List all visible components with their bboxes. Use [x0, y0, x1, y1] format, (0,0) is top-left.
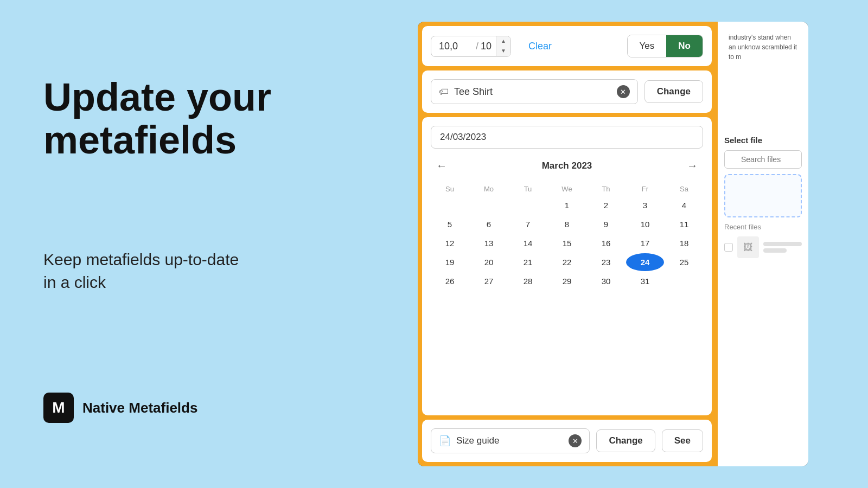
calendar-card: 24/03/2023 ← March 2023 → Su Mo Tu We Th…	[422, 117, 712, 415]
subtitle: Keep metafields up-to-date in a click	[43, 248, 326, 294]
cal-day-8[interactable]: 8	[548, 215, 586, 233]
cal-day-empty	[665, 272, 703, 290]
cal-day-28[interactable]: 28	[509, 272, 547, 290]
right-panel: 10,0 / 10 ▲ ▼ Clear Yes No 🏷	[358, 0, 868, 488]
number-divider: /	[475, 41, 480, 52]
brand-name: Native Metafields	[82, 400, 197, 416]
cal-day-1[interactable]: 1	[548, 196, 586, 214]
file-doc-icon: 📄	[439, 435, 451, 447]
product-card: 🏷 Tee Shirt ✕ Change	[422, 70, 712, 113]
cal-day-13[interactable]: 13	[470, 234, 508, 252]
cal-day-31[interactable]: 31	[626, 272, 664, 290]
file-text-placeholder	[763, 242, 802, 253]
number-value: 10,0	[431, 36, 475, 56]
cal-day-12[interactable]: 12	[431, 234, 469, 252]
text-content-area: industry's stand when an unknow scramble…	[724, 28, 802, 126]
cal-day-21[interactable]: 21	[509, 253, 547, 271]
product-input: 🏷 Tee Shirt ✕	[431, 79, 638, 104]
date-input[interactable]: 24/03/2023	[431, 126, 703, 149]
cal-day-26[interactable]: 26	[431, 272, 469, 290]
cal-day-29[interactable]: 29	[548, 272, 586, 290]
decrement-button[interactable]: ▼	[496, 46, 510, 56]
product-name: Tee Shirt	[454, 86, 611, 98]
day-header-we: We	[548, 183, 586, 195]
product-clear-button[interactable]: ✕	[617, 85, 630, 98]
number-max: 10	[480, 36, 496, 56]
cal-day-24[interactable]: 24	[626, 253, 664, 271]
increment-button[interactable]: ▲	[496, 36, 510, 46]
brand-logo: M	[43, 393, 74, 423]
placeholder-line	[763, 242, 802, 246]
top-card: 10,0 / 10 ▲ ▼ Clear Yes No	[422, 26, 712, 66]
cal-day-empty	[509, 196, 547, 214]
file-card: 📄 Size guide ✕ Change See	[422, 420, 712, 462]
cal-day-25[interactable]: 25	[665, 253, 703, 271]
sidebar: industry's stand when an unknow scramble…	[716, 22, 808, 466]
clear-button[interactable]: Clear	[520, 36, 560, 56]
file-clear-button[interactable]: ✕	[569, 434, 582, 447]
tag-icon: 🏷	[439, 86, 449, 98]
main-content: 10,0 / 10 ▲ ▼ Clear Yes No 🏷	[418, 22, 716, 466]
cal-day-23[interactable]: 23	[587, 253, 625, 271]
left-panel: Update your metafields Keep metafields u…	[0, 0, 358, 488]
day-header-tu: Tu	[509, 183, 547, 195]
prev-month-button[interactable]: ←	[431, 157, 452, 174]
cal-day-22[interactable]: 22	[548, 253, 586, 271]
product-change-button[interactable]: Change	[644, 80, 703, 103]
day-header-sa: Sa	[665, 183, 703, 195]
file-thumbnail: 🖼	[737, 236, 759, 258]
cal-day-19[interactable]: 19	[431, 253, 469, 271]
next-month-button[interactable]: →	[681, 157, 703, 174]
cal-day-2[interactable]: 2	[587, 196, 625, 214]
cal-day-empty	[470, 196, 508, 214]
cal-day-27[interactable]: 27	[470, 272, 508, 290]
calendar-nav: ← March 2023 →	[431, 157, 703, 174]
cal-day-6[interactable]: 6	[470, 215, 508, 233]
search-files-input[interactable]	[724, 150, 802, 169]
select-file-label: Select file	[724, 131, 802, 145]
number-arrows: ▲ ▼	[496, 36, 510, 56]
cal-day-9[interactable]: 9	[587, 215, 625, 233]
file-checkbox[interactable]	[724, 243, 733, 252]
file-change-button[interactable]: Change	[596, 429, 655, 452]
calendar-grid: Su Mo Tu We Th Fr Sa 1 2 3 4 5	[431, 183, 703, 290]
cal-day-empty	[431, 196, 469, 214]
cal-day-10[interactable]: 10	[626, 215, 664, 233]
cal-day-18[interactable]: 18	[665, 234, 703, 252]
file-drop-area[interactable]	[724, 174, 802, 217]
cal-day-30[interactable]: 30	[587, 272, 625, 290]
brand: M Native Metafields	[43, 393, 326, 423]
placeholder-line-short	[763, 248, 787, 253]
yes-no-group: Yes No	[627, 35, 703, 57]
cal-day-3[interactable]: 3	[626, 196, 664, 214]
cal-day-11[interactable]: 11	[665, 215, 703, 233]
search-wrapper: 🔍	[724, 150, 802, 169]
cal-day-5[interactable]: 5	[431, 215, 469, 233]
day-header-th: Th	[587, 183, 625, 195]
cal-day-4[interactable]: 4	[665, 196, 703, 214]
cal-day-15[interactable]: 15	[548, 234, 586, 252]
month-year-label: March 2023	[542, 160, 592, 171]
main-title: Update your metafields	[43, 76, 326, 162]
recent-file-item: 🖼	[724, 236, 802, 258]
no-button[interactable]: No	[666, 35, 703, 57]
cal-day-17[interactable]: 17	[626, 234, 664, 252]
yes-button[interactable]: Yes	[628, 35, 667, 57]
cal-day-7[interactable]: 7	[509, 215, 547, 233]
file-input: 📄 Size guide ✕	[431, 428, 590, 453]
app-window: 10,0 / 10 ▲ ▼ Clear Yes No 🏷	[418, 22, 808, 466]
day-header-su: Su	[431, 183, 469, 195]
see-file-button[interactable]: See	[662, 429, 703, 452]
recent-files-label: Recent files	[724, 223, 802, 231]
day-header-mo: Mo	[470, 183, 508, 195]
day-header-fr: Fr	[626, 183, 664, 195]
cal-day-14[interactable]: 14	[509, 234, 547, 252]
cal-day-16[interactable]: 16	[587, 234, 625, 252]
number-input-group: 10,0 / 10 ▲ ▼	[431, 36, 511, 57]
cal-day-20[interactable]: 20	[470, 253, 508, 271]
file-name: Size guide	[456, 435, 563, 446]
